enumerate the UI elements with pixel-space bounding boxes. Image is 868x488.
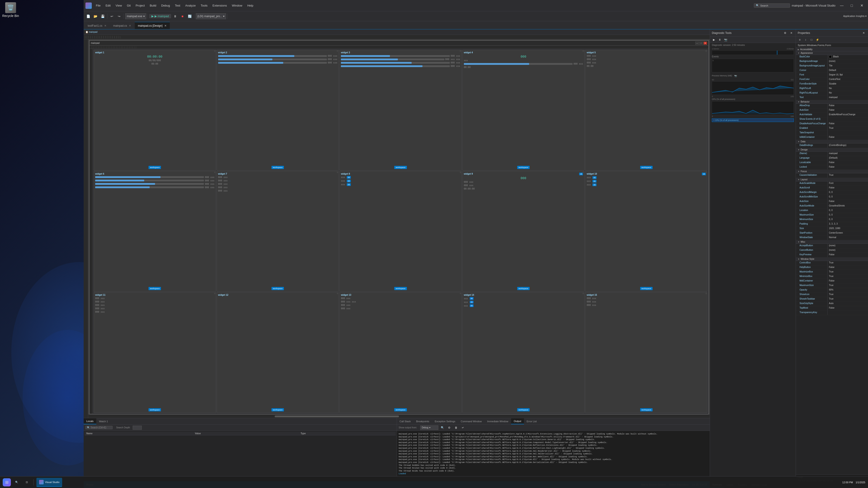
prop-cat-windowstyle[interactable]: ▼ Window Style [796, 257, 868, 261]
w6-workspace-btn[interactable]: workspace [149, 287, 161, 290]
prop-maxsize-val[interactable]: 0, 0 [828, 213, 868, 217]
prop-showevents-val[interactable] [828, 117, 868, 122]
menu-project[interactable]: Project [133, 3, 147, 8]
tab-locals[interactable]: Locals [84, 418, 96, 424]
w8-btn2[interactable]: ok [347, 180, 351, 182]
search-depth-input[interactable] [133, 426, 142, 430]
prop-name-val[interactable]: mainpad [828, 152, 868, 156]
prop-text-val[interactable]: mainpad [828, 96, 868, 100]
menu-tools[interactable]: Tools [198, 3, 210, 8]
tab-cmdwindow[interactable]: Command Window [458, 418, 485, 424]
tab-immediate[interactable]: Immediate Window [485, 418, 511, 424]
prop-close-btn[interactable]: ✕ [861, 31, 866, 35]
tab-callstack[interactable]: Call Stack [397, 418, 414, 424]
w2-workspace-btn[interactable]: workspace [272, 166, 284, 169]
menu-edit[interactable]: Edit [103, 3, 113, 8]
taskbar-vs-btn[interactable]: Visual Studio [36, 478, 62, 487]
form-close[interactable]: ✕ [704, 41, 707, 45]
prop-autoscalemode-val[interactable]: Font [828, 182, 868, 186]
menu-help[interactable]: Help [245, 3, 256, 8]
output-source-dropdown[interactable]: Debug ▾ [420, 425, 438, 430]
diag-toolbar-btn3[interactable]: 📷 [723, 37, 728, 42]
prop-locked-val[interactable]: False [828, 165, 868, 169]
tab-breakpoints[interactable]: Breakpoints [413, 418, 432, 424]
prop-autoscroll-val[interactable]: False [828, 186, 868, 190]
h-scrollbar-thumb[interactable] [275, 416, 399, 417]
w3-workspace-btn[interactable]: workspace [394, 166, 407, 169]
toolbar-new[interactable]: 📄 [85, 13, 91, 20]
maximize-button[interactable]: □ [847, 2, 856, 9]
prop-autosize-val[interactable]: False [828, 108, 868, 112]
w11-workspace-btn[interactable]: workspace [149, 408, 161, 412]
prop-minimizebox-val[interactable]: True [828, 274, 868, 279]
prop-transparencykey-val[interactable] [828, 311, 868, 315]
recycle-bin-icon[interactable]: 🗑️ Recycle Bin [2, 2, 19, 18]
prop-cat-focus[interactable]: ▼ Focus [796, 170, 868, 173]
tab-mainpad-cs-close[interactable]: ✕ [129, 24, 131, 27]
diag-toolbar-btn2[interactable]: ⏸ [717, 37, 722, 42]
tab-toolFact-close[interactable]: ✕ [104, 24, 106, 27]
minimize-button[interactable]: — [837, 2, 846, 9]
w13-workspace-btn[interactable]: workspace [394, 408, 407, 412]
prop-backcolor-val[interactable]: Black [828, 55, 868, 59]
tab-output[interactable]: Output [511, 418, 524, 424]
w10-btn1[interactable]: ok [592, 176, 596, 179]
prop-showicon-val[interactable]: True [828, 293, 868, 297]
taskbar-search-btn[interactable]: 🔍 [13, 478, 21, 486]
prop-bgimage-val[interactable]: (none) [828, 59, 868, 64]
frame-dropdown[interactable]: (LDI) mainpad_pro... ▾ [196, 13, 226, 19]
menu-git[interactable]: Git [125, 3, 133, 8]
prop-mdicontainer-val[interactable]: False [828, 279, 868, 283]
prop-enabled-val[interactable]: True [828, 126, 868, 131]
prop-helpbtn-val[interactable]: False [828, 265, 868, 270]
prop-ismdicontainer-val[interactable]: False [828, 135, 868, 140]
w12-workspace-btn[interactable]: workspace [272, 408, 284, 412]
prop-disableautofocus-val[interactable]: False [828, 122, 868, 126]
tab-mainpad-design-close[interactable]: ✕ [164, 24, 166, 27]
prop-cat-misc[interactable]: ▼ Misc [796, 240, 868, 244]
prop-opacity-val[interactable]: 90% [828, 288, 868, 292]
toolbar-stop[interactable]: ■ [179, 13, 186, 20]
form-minimize[interactable]: — [695, 41, 699, 45]
prop-location-val[interactable]: 0, 0 [828, 208, 868, 213]
w8-btn1[interactable]: ok [347, 176, 351, 179]
taskbar-taskview-btn[interactable]: ⊡ [23, 478, 31, 486]
prop-topmost-val[interactable]: False [828, 306, 868, 311]
prop-autosizemode-val[interactable]: GrowAndShrink [828, 204, 868, 208]
menu-analyze[interactable]: Analyze [183, 3, 198, 8]
w10-btn2[interactable]: ok [592, 180, 596, 183]
prop-showintaskbar-val[interactable]: True [828, 297, 868, 301]
prop-cat-design[interactable]: ▼ Design [796, 148, 868, 152]
close-button[interactable]: ✕ [857, 2, 866, 9]
diag-toolbar-btn1[interactable]: ▶ [711, 37, 716, 42]
prop-startposition-val[interactable]: CenterScreen [828, 231, 868, 235]
prop-controlbox-val[interactable]: True [828, 261, 868, 265]
diag-timeline[interactable] [712, 51, 794, 55]
menu-test[interactable]: Test [173, 3, 183, 8]
prop-localizable-val[interactable]: False [828, 161, 868, 165]
start-btn[interactable]: ⊞ [3, 478, 11, 486]
prop-autosize2-val[interactable]: False [828, 199, 868, 204]
toolbar-undo[interactable]: ↩ [109, 13, 115, 20]
prop-forecolor-val[interactable]: ControlText [828, 77, 868, 82]
w14-btn3[interactable]: ok [470, 304, 474, 307]
prop-allowdrop-val[interactable]: False [828, 104, 868, 108]
tab-errorlist[interactable]: Error List [524, 418, 539, 424]
output-wordwrap-btn[interactable]: ↵ [460, 425, 465, 430]
tab-mainpad-design[interactable]: mainpad.cs [Design] ✕ [135, 22, 170, 29]
w10-workspace-btn[interactable]: workspace [640, 287, 653, 290]
w4-workspace-btn[interactable]: workspace [517, 166, 530, 169]
tab-mainpad-cs[interactable]: mainpad.cs ✕ [110, 22, 134, 29]
prop-righttoleft-val[interactable]: No [828, 87, 868, 91]
prop-size-val[interactable]: 1920, 1080 [828, 227, 868, 231]
prop-cat-data[interactable]: ▼ Data [796, 140, 868, 143]
toolbar-restart[interactable]: 🔄 [186, 13, 193, 20]
prop-language-val[interactable]: (Default) [828, 156, 868, 160]
prop-formborderstyle-val[interactable]: Sizable [828, 82, 868, 86]
play-button[interactable]: ▶ ▶ mainpad [149, 14, 171, 18]
form-maximize[interactable]: □ [700, 41, 703, 45]
prop-props-btn[interactable]: □ [809, 37, 814, 42]
menu-build[interactable]: Build [147, 3, 158, 8]
prop-autovalidate-val[interactable]: EnableAllowFocusChange [828, 113, 868, 117]
w1-workspace-btn[interactable]: workspace [149, 166, 161, 169]
